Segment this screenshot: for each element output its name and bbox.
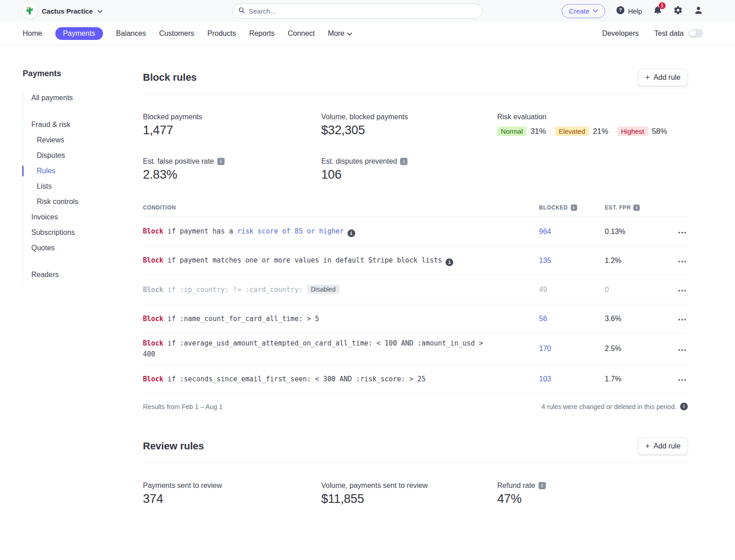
stat-value: 2.83% — [143, 168, 321, 182]
risk-pct-normal: 31% — [530, 127, 546, 136]
rule-row-6: Block if :seconds_since_email_first_seen… — [143, 365, 688, 394]
info-icon[interactable]: i — [633, 205, 640, 211]
cactus-logo-icon — [22, 3, 37, 19]
risk-badge-normal: Normal — [497, 127, 526, 136]
row-overflow-menu-button[interactable] — [676, 374, 688, 384]
review-rules-section: Review rules + Add rule Payments sent to… — [143, 438, 688, 506]
info-icon[interactable]: i — [571, 205, 577, 211]
blocked-count-link[interactable]: 964 — [539, 228, 551, 235]
search-icon — [238, 7, 245, 15]
sidebar-item-lists[interactable]: Lists — [23, 179, 143, 194]
chevron-down-icon — [347, 29, 352, 38]
rules-changed-note: 4 rules were changed or deleted in this … — [542, 403, 676, 410]
est-fpr-value: 1.7% — [605, 375, 621, 383]
sidebar-item-risk-controls[interactable]: Risk controls — [23, 194, 143, 209]
test-data-toggle[interactable] — [688, 29, 703, 38]
block-rules-table: Condition Blocked i Est. FPR i Block if … — [143, 205, 688, 410]
help-button[interactable]: ? Help — [616, 6, 642, 16]
risk-evaluation: Risk evaluation Normal31%Elevated21%High… — [497, 113, 688, 137]
stat-refund-rate: Refund rate i 47% — [497, 482, 688, 506]
rule-row-1: Block if payment has a risk score of 85 … — [143, 217, 688, 246]
rule-row-4: Block if :name_count_for_card_all_time: … — [143, 304, 688, 333]
row-overflow-menu-button[interactable] — [676, 284, 688, 295]
help-label: Help — [628, 7, 642, 15]
blocked-count-link[interactable]: 135 — [539, 257, 551, 264]
sidebar-item-rules[interactable]: Rules — [23, 163, 143, 179]
stat-false-positive-rate: Est. false positive rate i 2.83% — [143, 157, 321, 182]
nav-tab-balances[interactable]: Balances — [116, 29, 146, 38]
info-icon[interactable]: i — [539, 482, 546, 489]
notifications-button[interactable]: 1 — [653, 5, 662, 17]
blocked-count-link[interactable]: 56 — [539, 315, 547, 322]
rule-condition: Block if :seconds_since_email_first_seen… — [143, 374, 539, 385]
global-search[interactable] — [232, 4, 483, 19]
nav-tab-customers[interactable]: Customers — [159, 29, 194, 38]
nav-tab-payments[interactable]: Payments — [55, 27, 103, 40]
nav-tab-home[interactable]: Home — [23, 29, 42, 38]
rule-action-keyword: Block — [143, 256, 167, 264]
stat-value: 106 — [321, 168, 497, 182]
rule-condition-link[interactable]: risk score of 85 or higher — [237, 227, 344, 235]
payments-sidebar: Payments All paymentsFraud & riskReviews… — [0, 45, 143, 506]
org-switcher[interactable]: Cactus Practice — [22, 3, 103, 19]
sidebar-item-all-payments[interactable]: All payments — [23, 90, 143, 106]
risk-badge-highest: Highest — [617, 127, 648, 136]
column-blocked: Blocked i — [539, 205, 605, 211]
blocked-count-link[interactable]: 170 — [539, 345, 551, 352]
block-rules-title: Block rules — [143, 72, 197, 83]
stat-volume-blocked: Volume, blocked payments $32,305 — [321, 113, 497, 137]
nav-tab-reports[interactable]: Reports — [249, 29, 274, 38]
est-fpr-value: 3.6% — [605, 315, 621, 322]
rule-action-keyword: Block — [143, 315, 167, 323]
info-icon[interactable]: i — [680, 403, 688, 410]
stat-label: Refund rate — [497, 482, 535, 490]
nav-tab-products[interactable]: Products — [207, 29, 236, 38]
row-overflow-menu-button[interactable] — [676, 313, 688, 324]
info-icon[interactable]: i — [446, 258, 453, 266]
risk-badge-elevated: Elevated — [555, 127, 588, 136]
add-block-rule-button[interactable]: + Add rule — [638, 69, 688, 86]
blocked-count-link[interactable]: 103 — [539, 375, 551, 383]
column-condition: Condition — [143, 205, 539, 211]
row-overflow-menu-button[interactable] — [676, 255, 688, 266]
stat-payments-sent-to-review: Payments sent to review 374 — [143, 482, 321, 506]
add-review-rule-button[interactable]: + Add rule — [638, 438, 688, 455]
section-divider — [143, 93, 688, 94]
org-name: Cactus Practice — [42, 7, 93, 15]
rule-action-keyword: Block — [143, 375, 167, 383]
info-icon[interactable]: i — [400, 158, 407, 165]
stat-value: $11,855 — [321, 492, 497, 506]
settings-button[interactable] — [673, 5, 683, 17]
disabled-badge: Disabled — [307, 285, 339, 294]
sidebar-item-readers[interactable]: Readers — [23, 267, 143, 282]
sidebar-item-quotes[interactable]: Quotes — [23, 240, 143, 256]
sidebar-item-disputes[interactable]: Disputes — [23, 148, 143, 163]
sidebar-item-reviews[interactable]: Reviews — [23, 132, 143, 148]
rule-condition: Block if :name_count_for_card_all_time: … — [143, 313, 539, 324]
blocked-count-link: 49 — [539, 286, 547, 293]
search-input[interactable] — [249, 7, 477, 15]
row-overflow-menu-button[interactable] — [676, 226, 688, 237]
nav-tab-connect[interactable]: Connect — [288, 29, 315, 38]
developers-link[interactable]: Developers — [602, 29, 639, 38]
info-icon[interactable]: i — [217, 158, 225, 165]
plus-icon: + — [645, 442, 650, 450]
info-icon[interactable]: i — [348, 229, 355, 237]
stat-value: 1,477 — [143, 123, 321, 137]
stat-value: 47% — [497, 492, 688, 506]
stat-label: Est. false positive rate — [143, 157, 214, 166]
row-overflow-menu-button[interactable] — [676, 344, 688, 354]
nav-tab-more[interactable]: More — [328, 29, 352, 38]
create-button[interactable]: Create — [562, 4, 605, 18]
rule-row-3: Block if :ip_country: != :card_country:D… — [143, 275, 688, 304]
sidebar-item-subscriptions[interactable]: Subscriptions — [23, 225, 143, 240]
stat-label: Volume, blocked payments — [321, 113, 497, 121]
sidebar-item-invoices[interactable]: Invoices — [23, 209, 143, 225]
rule-condition: Block if payment matches one or more val… — [143, 255, 539, 267]
notification-badge: 1 — [659, 2, 666, 9]
stat-label: Blocked payments — [143, 113, 321, 121]
est-fpr-value: 0.13% — [605, 228, 625, 235]
account-button[interactable] — [694, 5, 703, 17]
stat-label: Est. disputes prevented — [321, 157, 397, 166]
sidebar-item-fraud-risk[interactable]: Fraud & risk — [23, 117, 143, 132]
